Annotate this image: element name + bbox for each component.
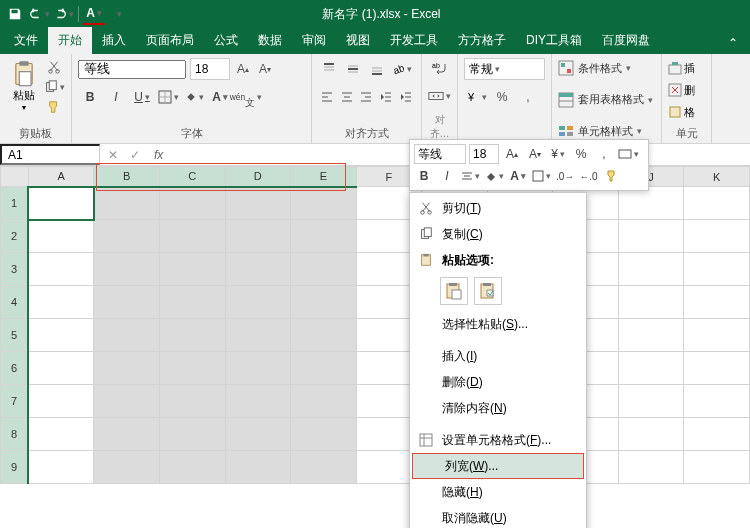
font-size-combo[interactable] bbox=[190, 58, 230, 80]
cell-B1[interactable] bbox=[94, 187, 160, 220]
cell-E4[interactable] bbox=[291, 286, 357, 319]
cell-A8[interactable] bbox=[28, 418, 94, 451]
conditional-format-button[interactable]: 条件格式▾ bbox=[558, 58, 655, 78]
mini-comma-icon[interactable]: , bbox=[594, 144, 614, 164]
select-all-corner[interactable] bbox=[1, 167, 29, 187]
col-header-c[interactable]: C bbox=[159, 167, 225, 187]
number-format-combo[interactable]: 常规 bbox=[464, 58, 545, 80]
tab-review[interactable]: 审阅 bbox=[292, 27, 336, 54]
cell-A1[interactable] bbox=[28, 187, 94, 220]
cell-E6[interactable] bbox=[291, 352, 357, 385]
cancel-formula-icon[interactable]: ✕ bbox=[102, 148, 124, 162]
wrap-text-button[interactable]: ab bbox=[428, 58, 451, 80]
mini-font-name[interactable] bbox=[414, 144, 466, 164]
format-cells-button[interactable]: 格 bbox=[668, 102, 705, 122]
ctx-paste-special[interactable]: 选择性粘贴(S)... bbox=[410, 311, 586, 337]
cell-A5[interactable] bbox=[28, 319, 94, 352]
cell-A4[interactable] bbox=[28, 286, 94, 319]
table-format-button[interactable]: 套用表格格式▾ bbox=[558, 90, 655, 110]
cell-D1[interactable] bbox=[225, 187, 291, 220]
cell-K7[interactable] bbox=[684, 385, 750, 418]
cell-J5[interactable] bbox=[618, 319, 684, 352]
fx-icon[interactable]: fx bbox=[148, 148, 169, 162]
paste-option-default[interactable] bbox=[440, 277, 468, 305]
cell-B2[interactable] bbox=[94, 220, 160, 253]
indent-decrease-icon[interactable] bbox=[377, 86, 395, 108]
cell-B7[interactable] bbox=[94, 385, 160, 418]
cell-K2[interactable] bbox=[684, 220, 750, 253]
mini-percent-icon[interactable]: % bbox=[571, 144, 591, 164]
row-header-4[interactable]: 4 bbox=[1, 286, 29, 319]
cell-J6[interactable] bbox=[618, 352, 684, 385]
mini-bold-button[interactable]: B bbox=[414, 166, 434, 186]
cell-A2[interactable] bbox=[28, 220, 94, 253]
qat-redo[interactable] bbox=[52, 3, 74, 25]
fill-color-button[interactable] bbox=[182, 86, 206, 108]
mini-border-icon[interactable] bbox=[531, 166, 552, 186]
cell-J4[interactable] bbox=[618, 286, 684, 319]
cell-K5[interactable] bbox=[684, 319, 750, 352]
mini-font-size[interactable] bbox=[469, 144, 499, 164]
mini-accounting-icon[interactable]: ¥ bbox=[548, 144, 568, 164]
cell-C4[interactable] bbox=[159, 286, 225, 319]
ctx-hide[interactable]: 隐藏(H) bbox=[410, 479, 586, 505]
italic-button[interactable]: I bbox=[104, 86, 128, 108]
row-header-8[interactable]: 8 bbox=[1, 418, 29, 451]
col-header-e[interactable]: E bbox=[291, 167, 357, 187]
cell-E9[interactable] bbox=[291, 451, 357, 484]
mini-fill-color-icon[interactable] bbox=[484, 166, 505, 186]
cell-J1[interactable] bbox=[618, 187, 684, 220]
cell-K4[interactable] bbox=[684, 286, 750, 319]
increase-font-icon[interactable]: A▴ bbox=[234, 59, 252, 79]
underline-button[interactable]: U bbox=[130, 86, 154, 108]
tab-ffgz[interactable]: 方方格子 bbox=[448, 27, 516, 54]
font-color-button[interactable]: A bbox=[208, 86, 232, 108]
confirm-formula-icon[interactable]: ✓ bbox=[124, 148, 146, 162]
cell-E1[interactable] bbox=[291, 187, 357, 220]
cell-D9[interactable] bbox=[225, 451, 291, 484]
tab-baidu[interactable]: 百度网盘 bbox=[592, 27, 660, 54]
align-right-icon[interactable] bbox=[358, 86, 376, 108]
cell-C8[interactable] bbox=[159, 418, 225, 451]
cell-A7[interactable] bbox=[28, 385, 94, 418]
cell-C2[interactable] bbox=[159, 220, 225, 253]
percent-button[interactable]: % bbox=[490, 86, 514, 108]
mini-align-icon[interactable] bbox=[460, 166, 481, 186]
cell-B8[interactable] bbox=[94, 418, 160, 451]
cell-E8[interactable] bbox=[291, 418, 357, 451]
row-header-1[interactable]: 1 bbox=[1, 187, 29, 220]
insert-cells-button[interactable]: 插 bbox=[668, 58, 705, 78]
align-center-icon[interactable] bbox=[338, 86, 356, 108]
cell-D2[interactable] bbox=[225, 220, 291, 253]
comma-button[interactable]: , bbox=[516, 86, 540, 108]
cell-C6[interactable] bbox=[159, 352, 225, 385]
indent-increase-icon[interactable] bbox=[397, 86, 415, 108]
qat-font-color[interactable]: A bbox=[83, 3, 105, 25]
ctx-clear[interactable]: 清除内容(N) bbox=[410, 395, 586, 421]
tab-data[interactable]: 数据 bbox=[248, 27, 292, 54]
cell-K8[interactable] bbox=[684, 418, 750, 451]
align-bottom-icon[interactable] bbox=[366, 58, 388, 80]
copy-button[interactable] bbox=[43, 78, 65, 96]
mini-decimal-dec-icon[interactable]: ←.0 bbox=[578, 166, 598, 186]
cell-D4[interactable] bbox=[225, 286, 291, 319]
cell-C5[interactable] bbox=[159, 319, 225, 352]
ctx-cut[interactable]: 剪切(T) bbox=[410, 195, 586, 221]
cell-E7[interactable] bbox=[291, 385, 357, 418]
ctx-delete[interactable]: 删除(D) bbox=[410, 369, 586, 395]
cut-button[interactable] bbox=[43, 58, 65, 76]
align-middle-icon[interactable] bbox=[342, 58, 364, 80]
font-name-combo[interactable] bbox=[78, 60, 186, 79]
cell-K9[interactable] bbox=[684, 451, 750, 484]
cell-A3[interactable] bbox=[28, 253, 94, 286]
col-header-d[interactable]: D bbox=[225, 167, 291, 187]
orientation-button[interactable]: ab bbox=[390, 58, 412, 80]
row-header-2[interactable]: 2 bbox=[1, 220, 29, 253]
row-header-3[interactable]: 3 bbox=[1, 253, 29, 286]
col-header-k[interactable]: K bbox=[684, 167, 750, 187]
cell-D3[interactable] bbox=[225, 253, 291, 286]
paste-button[interactable]: 粘贴 ▾ bbox=[6, 58, 41, 116]
cell-C9[interactable] bbox=[159, 451, 225, 484]
bold-button[interactable]: B bbox=[78, 86, 102, 108]
cell-styles-button[interactable]: 单元格样式▾ bbox=[558, 121, 655, 141]
